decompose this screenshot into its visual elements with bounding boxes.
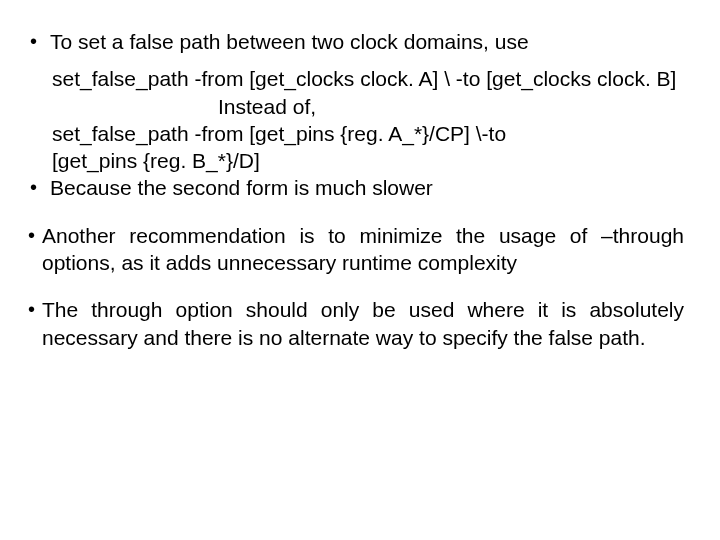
bullet-2-text: Because the second form is much slower (50, 174, 684, 201)
bullet-4: • The through option should only be used… (28, 296, 684, 351)
code-line-2: set_false_path -from [get_pins {reg. A_*… (28, 120, 684, 147)
bullet-dot-icon: • (28, 174, 50, 201)
bullet-dot-icon: • (28, 222, 42, 248)
bullet-3-text: Another recommendation is to minimize th… (42, 222, 684, 277)
code-line-1: set_false_path -from [get_clocks clock. … (28, 65, 684, 92)
bullet-3: • Another recommendation is to minimize … (28, 222, 684, 277)
bullet-1: • To set a false path between two clock … (28, 28, 684, 55)
bullet-dot-icon: • (28, 28, 50, 55)
bullet-dot-icon: • (28, 296, 42, 322)
bullet-4-text: The through option should only be used w… (42, 296, 684, 351)
slide-body: • To set a false path between two clock … (0, 0, 720, 540)
bullet-2: • Because the second form is much slower (28, 174, 684, 201)
code-instead: Instead of, (28, 93, 684, 120)
code-line-3: [get_pins {reg. B_*}/D] (28, 147, 684, 174)
bullet-1-text: To set a false path between two clock do… (50, 28, 684, 55)
